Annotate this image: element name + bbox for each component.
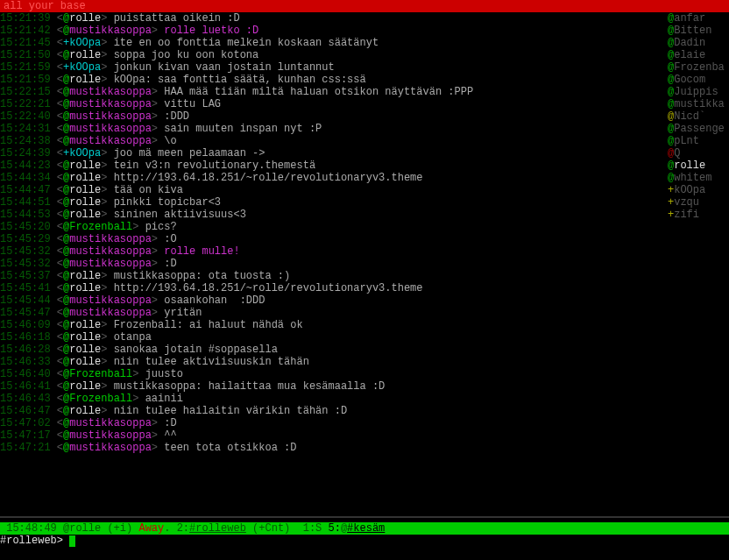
input-bar[interactable]: #rolleweb>: [0, 535, 729, 547]
chat-line: 15:22:40 <@mustikkasoppa> :DDD: [0, 110, 666, 123]
chat-line: 15:22:21 <@mustikkasoppa> vittu LAG: [0, 98, 666, 110]
nicklist-item[interactable]: @Dadin: [668, 37, 729, 49]
chat-line: 15:24:31 <@mustikkasoppa> sain muuten in…: [0, 123, 666, 135]
chat-line: 15:22:15 <@mustikkasoppa> HAA mää tiiän …: [0, 86, 666, 98]
nicklist-item[interactable]: @elaie: [668, 49, 729, 61]
topic-bar: all your base: [0, 0, 729, 12]
chat-line: 15:44:23 <@rolle> tein v3:n revolutionar…: [0, 159, 666, 172]
chat-line: 15:21:59 <@rolle> kOOpa: saa fonttia sää…: [0, 74, 666, 86]
nicklist-item[interactable]: @Passenge: [668, 123, 729, 135]
chat-line: 15:47:21 <@mustikkasoppa> teen tota otsi…: [0, 442, 666, 454]
divider: [0, 516, 729, 518]
chat-line: 15:44:34 <@rolle> http://193.64.18.251/~…: [0, 172, 666, 184]
chat-line: 15:45:41 <@rolle> http://193.64.18.251/~…: [0, 282, 666, 294]
chat-line: 15:44:47 <@rolle> tää on kiva: [0, 184, 666, 196]
chat-line: 15:21:39 <@rolle> puistattaa oikein :D: [0, 12, 666, 25]
chat-line: 15:46:18 <@rolle> otanpa: [0, 331, 666, 344]
chat-line: 15:45:32 <@mustikkasoppa> :D: [0, 258, 666, 270]
chat-line: 15:46:09 <@rolle> Frozenball: ai haluut …: [0, 319, 666, 331]
nicklist-item[interactable]: @whitem: [668, 172, 729, 184]
nicklist-item[interactable]: @Frozenba: [668, 61, 729, 74]
nicklist-item[interactable]: +zifi: [668, 209, 729, 221]
chat-line: 15:45:32 <@mustikkasoppa> rolle mulle!: [0, 245, 666, 258]
topic-text: all your base: [4, 0, 86, 12]
chat-line: 15:47:02 <@mustikkasoppa> :D: [0, 417, 666, 429]
nicklist-item[interactable]: @Q: [668, 147, 729, 159]
nicklist-item[interactable]: @mustikka: [668, 98, 729, 110]
chat-line: 15:21:42 <@mustikkasoppa> rolle luetko :…: [0, 25, 666, 37]
chat-line: 15:47:17 <@mustikkasoppa> ^^: [0, 429, 666, 442]
chat-line: 15:45:44 <@mustikkasoppa> osaankohan :DD…: [0, 294, 666, 307]
chat-line: 15:46:41 <@rolle> mustikkasoppa: hailait…: [0, 380, 666, 393]
chat-line: 15:45:37 <@rolle> mustikkasoppa: ota tuo…: [0, 270, 666, 282]
chat-log: 15:21:39 <@rolle> puistattaa oikein :D15…: [0, 12, 666, 516]
nicklist-item[interactable]: +kOOpa: [668, 184, 729, 196]
chat-line: 15:21:59 <+kOOpa> jonkun kivan vaan jost…: [0, 61, 666, 74]
nicklist-item[interactable]: @rolle: [668, 159, 729, 172]
chat-line: 15:21:50 <@rolle> soppa joo ku oon koton…: [0, 49, 666, 61]
chat-line: 15:46:40 <@Frozenball> juusto: [0, 368, 666, 380]
chat-line: 15:46:43 <@Frozenball> aainii: [0, 393, 666, 405]
nicklist-item[interactable]: @anfar: [668, 12, 729, 25]
chat-line: 15:44:51 <@rolle> pinkki topicbar<3: [0, 196, 666, 209]
nick-list: @anfar@Bitten@Dadin@elaie@Frozenba@Gocom…: [666, 12, 729, 516]
chat-line: 15:46:47 <@rolle> niin tulee hailaitin v…: [0, 405, 666, 417]
nicklist-item[interactable]: @Bitten: [668, 25, 729, 37]
chat-line: 15:46:33 <@rolle> niin tulee aktiviisuus…: [0, 356, 666, 368]
nicklist-item[interactable]: @Juippis: [668, 86, 729, 98]
chat-line: 15:21:45 <+kOOpa> ite en oo fonttia melk…: [0, 37, 666, 49]
nicklist-item[interactable]: @Gocom: [668, 74, 729, 86]
input-prompt: #rolleweb>: [0, 535, 63, 547]
nicklist-item[interactable]: @pLnt: [668, 135, 729, 147]
status-bar: 15:48:49 @rolle (+i) Away. 2:#rolleweb (…: [0, 522, 729, 535]
chat-line: 15:46:28 <@rolle> sanokaa jotain #soppas…: [0, 344, 666, 356]
chat-line: 15:44:53 <@rolle> sininen aktiivisuus<3: [0, 209, 666, 221]
chat-line: 15:45:29 <@mustikkasoppa> :O: [0, 233, 666, 245]
nicklist-item[interactable]: @Nicd`: [668, 110, 729, 123]
chat-line: 15:45:47 <@mustikkasoppa> yritän: [0, 307, 666, 319]
chat-line: 15:24:39 <+kOOpa> joo mä meen pelaamaan …: [0, 147, 666, 159]
cursor-icon: [69, 535, 75, 547]
chat-line: 15:24:38 <@mustikkasoppa> \o: [0, 135, 666, 147]
nicklist-item[interactable]: +vzqu: [668, 196, 729, 209]
chat-line: 15:45:20 <@Frozenball> pics?: [0, 221, 666, 233]
